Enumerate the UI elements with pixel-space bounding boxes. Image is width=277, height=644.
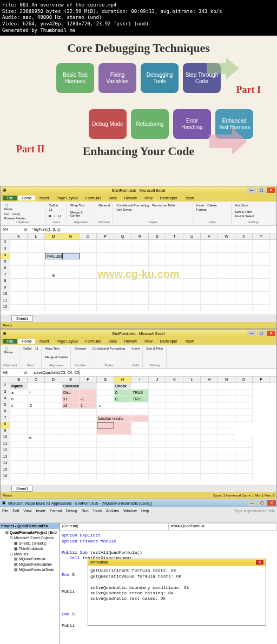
cond-fmt-button[interactable]: Conditional Formatting: [115, 203, 150, 207]
wrap-text-button[interactable]: Wrap Text: [69, 203, 86, 207]
row-header[interactable]: 3: [1, 246, 10, 253]
col-header[interactable]: C: [28, 377, 45, 383]
italic-button[interactable]: I: [53, 214, 56, 218]
merge-button[interactable]: Merge & Center: [44, 355, 69, 359]
row-header[interactable]: 10: [1, 292, 10, 298]
sort-filter-button[interactable]: Sort & Filter: [145, 346, 164, 351]
find-select-button[interactable]: Find & Select: [234, 214, 255, 218]
tab-review[interactable]: Review: [121, 339, 140, 344]
row-header[interactable]: 7: [1, 272, 10, 279]
sheet-tab-1[interactable]: Sheet1: [11, 316, 33, 321]
tab-data[interactable]: Data: [105, 339, 120, 344]
minimize-button[interactable]: —: [248, 500, 256, 506]
cell-m4[interactable]: #VALUE!: [45, 253, 62, 259]
tab-view[interactable]: View: [141, 196, 156, 200]
sheet-tab-1[interactable]: Sheet1: [11, 486, 33, 492]
font-size[interactable]: 11: [48, 207, 54, 212]
font-size[interactable]: 11: [34, 346, 39, 351]
col-header[interactable]: G: [97, 377, 114, 383]
row-header[interactable]: 6: [1, 266, 10, 272]
tab-view[interactable]: View: [141, 339, 156, 344]
module-mquadformula[interactable]: ▤ MQuadFormula: [1, 556, 58, 562]
format-button[interactable]: Format: [195, 207, 208, 212]
cond-fmt-button[interactable]: Conditional Formatting: [91, 346, 126, 351]
row-header[interactable]: 9: [1, 285, 10, 292]
menu-tools[interactable]: Tools: [93, 509, 102, 513]
tab-insert[interactable]: Insert: [36, 339, 52, 344]
minimize-button[interactable]: —: [247, 187, 256, 193]
fx-icon[interactable]: fx: [22, 371, 29, 374]
col-header[interactable]: D: [45, 377, 62, 383]
immediate-window[interactable]: Immediate ✕ getDiscriminant formula test…: [88, 559, 266, 626]
col-header[interactable]: P: [253, 377, 270, 383]
procedure-dropdown[interactable]: testAllQuadFormula: [168, 523, 277, 531]
menu-run[interactable]: Run: [82, 509, 89, 513]
col-header[interactable]: H: [114, 377, 131, 383]
row-header[interactable]: 2: [1, 240, 10, 246]
col-header[interactable]: O: [80, 233, 97, 239]
col-header[interactable]: M: [45, 233, 62, 239]
cell-styles-button[interactable]: Cell Styles: [115, 207, 133, 212]
tab-review[interactable]: Review: [121, 196, 140, 200]
menu-format[interactable]: Format: [50, 509, 62, 513]
menu-file[interactable]: File: [2, 509, 8, 513]
formula-input[interactable]: =solveQuadratic(C3, C4, C5): [29, 371, 276, 374]
menu-help[interactable]: Help: [141, 509, 149, 513]
col-header[interactable]: J: [149, 377, 166, 383]
fmt-table-button[interactable]: Format as Table: [151, 203, 176, 207]
tab-insert[interactable]: Insert: [36, 196, 52, 200]
col-header[interactable]: L: [183, 377, 201, 383]
col-header[interactable]: W: [218, 233, 235, 239]
col-header[interactable]: U: [183, 233, 201, 239]
format-painter-button[interactable]: Format Painter: [3, 216, 27, 220]
tab-team[interactable]: Team: [182, 339, 197, 344]
col-header[interactable]: Y: [253, 233, 270, 239]
name-box[interactable]: H8: [1, 371, 22, 374]
tab-data[interactable]: Data: [105, 196, 120, 200]
select-all-corner[interactable]: [1, 377, 10, 383]
maximize-button[interactable]: ▢: [258, 500, 266, 506]
merge-button[interactable]: Merge & Center: [69, 210, 93, 218]
underline-button[interactable]: U: [57, 214, 62, 218]
insert-button[interactable]: Insert: [195, 203, 206, 207]
wrap-text-button[interactable]: Wrap Text: [44, 346, 61, 351]
col-header[interactable]: B: [10, 377, 28, 383]
col-header[interactable]: E: [62, 377, 80, 383]
copy-button[interactable]: Copy: [11, 212, 21, 216]
col-header[interactable]: V: [201, 233, 218, 239]
module-mquadformuladev[interactable]: ▤ MQuadFormulaDev: [1, 562, 58, 567]
col-header[interactable]: L: [28, 233, 45, 239]
delete-button[interactable]: Delete: [206, 203, 217, 207]
folder-excel-objects[interactable]: ⊟ Microsoft Excel Objects: [1, 535, 58, 541]
minimize-button[interactable]: —: [247, 331, 256, 336]
paste-button[interactable]: 📋Paste: [3, 203, 14, 211]
worksheet-grid[interactable]: B C D E F G H I J K L M N O P 2InputsCal…: [1, 377, 276, 485]
tab-page-layout[interactable]: Page Layout: [53, 196, 81, 200]
maximize-button[interactable]: ▢: [257, 331, 266, 336]
number-format[interactable]: General: [97, 203, 111, 207]
tab-home[interactable]: Home: [18, 339, 35, 344]
font-select[interactable]: Calibri: [22, 346, 33, 351]
tab-developer[interactable]: Developer: [157, 339, 181, 344]
col-header[interactable]: K: [166, 377, 183, 383]
fx-icon[interactable]: fx: [22, 227, 29, 231]
menu-debug[interactable]: Debug: [66, 509, 77, 513]
autosum-button[interactable]: AutoSum: [234, 203, 249, 207]
project-root[interactable]: ⊟ QuadFormulaProject (End: [1, 530, 58, 535]
tab-team[interactable]: Team: [182, 196, 197, 200]
col-header[interactable]: I: [131, 377, 149, 383]
tab-home[interactable]: Home: [18, 196, 35, 200]
folder-modules[interactable]: ⊟ Modules: [1, 552, 58, 557]
row-header[interactable]: 5: [1, 259, 10, 266]
close-button[interactable]: ✕: [267, 187, 275, 193]
col-header[interactable]: K: [10, 233, 28, 239]
col-header[interactable]: P: [97, 233, 114, 239]
number-format[interactable]: General: [73, 346, 87, 351]
tab-formulas[interactable]: Formulas: [82, 196, 104, 200]
immediate-output[interactable]: getDiscriminant formula tests: Ok getQua…: [88, 566, 266, 625]
col-header[interactable]: T: [166, 233, 183, 239]
tab-developer[interactable]: Developer: [157, 196, 181, 200]
close-icon[interactable]: ✕: [256, 560, 263, 565]
file-tab[interactable]: File: [3, 196, 17, 200]
file-tab[interactable]: File: [3, 339, 17, 344]
